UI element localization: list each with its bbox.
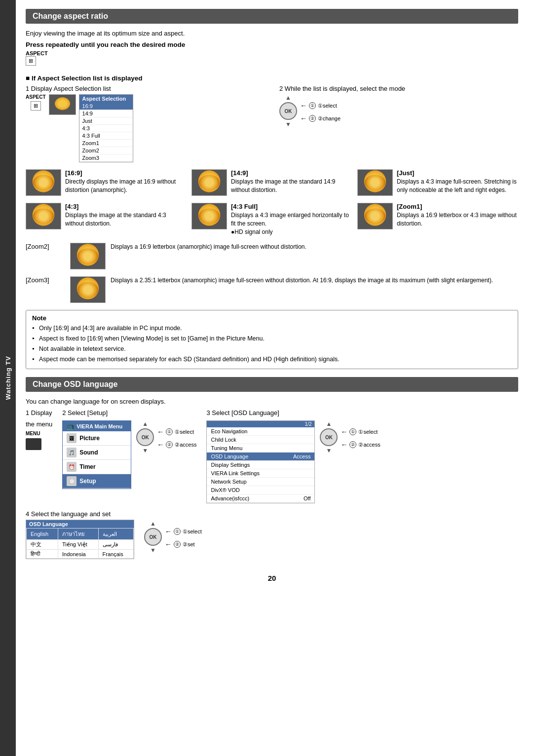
press-instruction: Press repeatedly until you reach the des… <box>26 41 518 48</box>
setup-item-child[interactable]: Child Lock <box>207 436 314 444</box>
setup-item-tuning[interactable]: Tuning Menu <box>207 444 314 453</box>
menu-button[interactable] <box>26 438 41 450</box>
menu-item-setup[interactable]: ⚙ Setup <box>63 474 131 489</box>
page-number: 20 <box>26 574 518 582</box>
step2-access-label: ②access <box>175 442 196 448</box>
step4-nav-btn: ▲ OK ▼ <box>144 520 162 554</box>
step1-key-area: ASPECT ⊞ <box>26 94 46 115</box>
osd-step2: 2 Select [Setup] 📺 VIERA Main Menu 🖼 Pic… <box>62 409 196 489</box>
aspect-item-just[interactable]: Just <box>79 117 133 125</box>
mode-43full: [4:3 Full] Displays a 4:3 image enlarged… <box>191 203 352 236</box>
step2-arrow-indicator: ← ① ①select ← ② ②access <box>157 428 196 449</box>
section-aspect-title: Change aspect ratio <box>26 9 518 24</box>
step3-nav-up[interactable]: ▲ <box>326 420 332 427</box>
aspect-item-zoom1[interactable]: Zoom1 <box>79 140 133 147</box>
mode-43-desc: Displays the image at the standard 4:3 w… <box>65 211 187 228</box>
aspect-item-169[interactable]: 16:9 <box>79 103 133 110</box>
mode-43full-info: [4:3 Full] Displays a 4:3 image enlarged… <box>231 203 352 236</box>
osd-step3: 3 Select [OSD Language] 1/2 Eco Navigati… <box>206 409 380 503</box>
zoom2-image <box>70 243 106 269</box>
aspect-item-43[interactable]: 4:3 <box>79 125 133 132</box>
change-label: ②change <box>318 115 341 122</box>
mode-169-image <box>26 169 61 196</box>
step2-nav-up[interactable]: ▲ <box>142 420 148 427</box>
mode-zoom1: [Zoom1] Displays a 16:9 letterbox or 4:3… <box>357 203 518 236</box>
mode-149-info: [14:9] Displays the image at the standar… <box>231 169 352 194</box>
nav-down-arrow[interactable]: ▼ <box>285 121 291 128</box>
ok-button[interactable]: OK <box>279 102 297 120</box>
step4-nav-up[interactable]: ▲ <box>150 520 156 527</box>
osd-lang-hindi[interactable]: हिन्दी <box>27 550 58 559</box>
osd-lang-french[interactable]: Français <box>98 550 133 559</box>
step3-select-line: ← ① ①select <box>341 428 378 436</box>
aspect-key-area: ASPECT ⊞ <box>26 50 518 71</box>
mode-just: [Just] Displays a 4:3 image full-screen.… <box>357 169 518 196</box>
step4-set-label: ②set <box>183 541 195 548</box>
step1-label: 1 Display Aspect Selection list <box>26 85 265 92</box>
osd-lang-chinese[interactable]: 中文 <box>27 540 58 550</box>
osd-lang-indonesian[interactable]: Indonesia <box>58 550 99 559</box>
main-content: Change aspect ratio Enjoy viewing the im… <box>16 0 533 756</box>
osd-lang-farsi[interactable]: فارسی <box>98 540 133 550</box>
step2-nav-down[interactable]: ▼ <box>142 447 148 454</box>
step3-ok-button[interactable]: OK <box>320 428 338 446</box>
menu-item-picture[interactable]: 🖼 Picture <box>63 431 131 446</box>
step4-circle-2: ② <box>174 541 181 548</box>
zoom3-image <box>70 276 106 303</box>
select-line: ← ① ①select <box>300 102 337 110</box>
osd-lang-vietnamese[interactable]: Tiếng Việt <box>58 540 99 550</box>
mode-149: [14:9] Displays the image at the standar… <box>191 169 352 196</box>
aspect-item-zoom3[interactable]: Zoom3 <box>79 154 133 162</box>
zoom3-label: [Zoom3] <box>26 276 65 284</box>
osd-step1-button-label: MENU <box>26 431 52 436</box>
osd-lang-row-1[interactable]: 中文 Tiếng Việt فارسی <box>27 540 134 550</box>
zoom3-desc: Displays a 2.35:1 letterbox (anamorphic)… <box>111 276 493 285</box>
menu-item-sound[interactable]: 🎵 Sound <box>63 446 131 460</box>
osd-step2-content: 📺 VIERA Main Menu 🖼 Picture 🎵 Sound <box>62 420 196 489</box>
step3-nav-down[interactable]: ▼ <box>326 447 332 454</box>
mode-43-info: [4:3] Displays the image at the standard… <box>65 203 187 228</box>
nav-up-arrow[interactable]: ▲ <box>285 94 291 101</box>
aspect-item-43full[interactable]: 4:3 Full <box>79 132 133 140</box>
setup-item-advance[interactable]: Advance(isfccc)Off <box>207 494 314 503</box>
osd-lang-arabic[interactable]: العربية <box>98 529 133 540</box>
osd-intro: You can change language for on screen di… <box>26 398 518 405</box>
step2-select-line: ← ① ①select <box>157 428 194 436</box>
step1-aspect-button[interactable]: ⊞ <box>31 101 41 111</box>
mode-just-desc: Displays a 4:3 image full-screen. Stretc… <box>397 178 518 194</box>
aspect-item-149[interactable]: 14:9 <box>79 110 133 117</box>
setup-menu-header: 1/2 <box>207 421 314 427</box>
main-menu-header: 📺 VIERA Main Menu <box>63 421 131 431</box>
aspect-step2: 2 While the list is displayed, select th… <box>279 85 518 162</box>
step3-access-label: ②access <box>358 442 380 448</box>
step4-ok-button[interactable]: OK <box>144 528 162 546</box>
aspect-step1: 1 Display Aspect Selection list ASPECT ⊞… <box>26 85 265 162</box>
setup-item-viera[interactable]: VIERA Link Settings <box>207 469 314 478</box>
setup-item-display[interactable]: Display Settings <box>207 461 314 469</box>
osd-lang-english[interactable]: English <box>27 529 58 540</box>
step4-circle-1: ① <box>174 528 181 535</box>
circle-2: ② <box>309 115 316 122</box>
step2-circle-1: ① <box>166 428 173 435</box>
step2-ok-button[interactable]: OK <box>136 428 154 446</box>
step4-main-label: 4 Select the language and set <box>26 510 134 518</box>
timer-icon: ⏰ <box>67 462 76 472</box>
step2-content: ▲ OK ▼ ← ① ①select <box>279 94 518 128</box>
osd-lang-row-2[interactable]: हिन्दी Indonesia Français <box>27 550 134 559</box>
setup-item-eco[interactable]: Eco Navigation <box>207 427 314 436</box>
osd-lang-row-0[interactable]: English ภาษาไทย العربية <box>27 529 134 540</box>
setup-item-network[interactable]: Network Setup <box>207 478 314 486</box>
osd-lang-thai[interactable]: ภาษาไทย <box>58 529 99 540</box>
menu-item-timer[interactable]: ⏰ Timer <box>63 460 131 474</box>
setup-item-osd[interactable]: OSD LanguageAccess <box>207 453 314 461</box>
step4-set-line: ← ② ②set <box>165 540 195 548</box>
mode-43full-note: ●HD signal only <box>231 228 352 236</box>
modes-grid: [16:9] Directly displays the image at 16… <box>26 169 518 236</box>
setup-item-divx[interactable]: DivX® VOD <box>207 486 314 494</box>
arrow-indicator: ← ① ①select ← ② ②change <box>300 102 341 122</box>
step4-nav: ▲ OK ▼ ← ① ①select ← ② ②set <box>144 520 202 554</box>
aspect-key-label: ASPECT <box>26 50 518 56</box>
aspect-item-zoom2[interactable]: Zoom2 <box>79 147 133 154</box>
aspect-key-button[interactable]: ⊞ <box>26 56 36 66</box>
step4-nav-down[interactable]: ▼ <box>150 547 156 554</box>
